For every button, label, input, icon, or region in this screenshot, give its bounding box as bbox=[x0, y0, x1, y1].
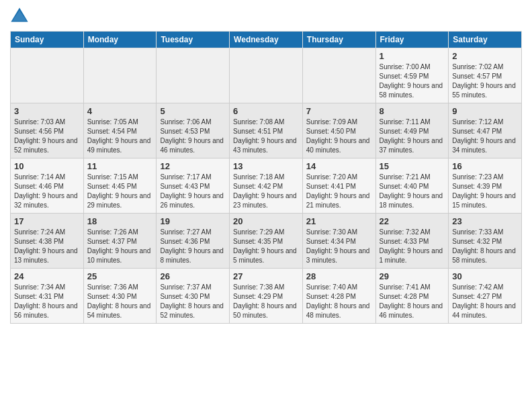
calendar-cell: 27Sunrise: 7:38 AM Sunset: 4:29 PM Dayli… bbox=[230, 269, 303, 324]
calendar-table: SundayMondayTuesdayWednesdayThursdayFrid… bbox=[10, 31, 522, 324]
day-number: 9 bbox=[452, 106, 518, 116]
day-info: Sunrise: 7:12 AM Sunset: 4:47 PM Dayligh… bbox=[452, 118, 518, 155]
day-number: 7 bbox=[306, 106, 372, 116]
day-info: Sunrise: 7:09 AM Sunset: 4:50 PM Dayligh… bbox=[306, 118, 372, 155]
calendar-cell: 1Sunrise: 7:00 AM Sunset: 4:59 PM Daylig… bbox=[375, 48, 449, 103]
day-number: 8 bbox=[380, 106, 445, 116]
day-info: Sunrise: 7:06 AM Sunset: 4:53 PM Dayligh… bbox=[160, 118, 226, 155]
weekday-header-wednesday: Wednesday bbox=[230, 32, 303, 48]
day-info: Sunrise: 7:34 AM Sunset: 4:31 PM Dayligh… bbox=[14, 283, 80, 320]
calendar-cell: 28Sunrise: 7:40 AM Sunset: 4:28 PM Dayli… bbox=[302, 269, 375, 324]
calendar-cell: 13Sunrise: 7:18 AM Sunset: 4:42 PM Dayli… bbox=[230, 158, 303, 214]
day-info: Sunrise: 7:23 AM Sunset: 4:39 PM Dayligh… bbox=[452, 173, 518, 210]
day-number: 28 bbox=[306, 271, 372, 281]
day-info: Sunrise: 7:27 AM Sunset: 4:36 PM Dayligh… bbox=[160, 228, 226, 265]
day-number: 5 bbox=[160, 106, 226, 116]
day-number: 24 bbox=[14, 271, 80, 281]
day-number: 2 bbox=[452, 51, 518, 61]
day-info: Sunrise: 7:26 AM Sunset: 4:37 PM Dayligh… bbox=[87, 228, 153, 265]
logo-icon bbox=[10, 7, 29, 26]
calendar-cell: 24Sunrise: 7:34 AM Sunset: 4:31 PM Dayli… bbox=[11, 269, 84, 324]
weekday-header-tuesday: Tuesday bbox=[157, 32, 230, 48]
weekday-header-friday: Friday bbox=[375, 32, 449, 48]
day-number: 10 bbox=[14, 161, 80, 171]
calendar-week-1: 3Sunrise: 7:03 AM Sunset: 4:56 PM Daylig… bbox=[11, 103, 522, 158]
day-number: 26 bbox=[160, 271, 226, 281]
calendar-cell: 23Sunrise: 7:33 AM Sunset: 4:32 PM Dayli… bbox=[449, 214, 522, 269]
day-info: Sunrise: 7:03 AM Sunset: 4:56 PM Dayligh… bbox=[14, 118, 80, 155]
calendar-cell: 19Sunrise: 7:27 AM Sunset: 4:36 PM Dayli… bbox=[157, 214, 230, 269]
header bbox=[10, 7, 522, 26]
calendar-cell: 9Sunrise: 7:12 AM Sunset: 4:47 PM Daylig… bbox=[449, 103, 522, 158]
calendar-cell bbox=[157, 48, 230, 103]
day-info: Sunrise: 7:40 AM Sunset: 4:28 PM Dayligh… bbox=[306, 283, 372, 320]
calendar-cell: 26Sunrise: 7:37 AM Sunset: 4:30 PM Dayli… bbox=[157, 269, 230, 324]
day-number: 13 bbox=[233, 161, 299, 171]
day-number: 3 bbox=[14, 106, 80, 116]
logo bbox=[10, 7, 32, 26]
calendar-cell: 16Sunrise: 7:23 AM Sunset: 4:39 PM Dayli… bbox=[449, 158, 522, 214]
day-number: 21 bbox=[306, 216, 372, 226]
calendar-cell: 8Sunrise: 7:11 AM Sunset: 4:49 PM Daylig… bbox=[375, 103, 449, 158]
svg-marker-1 bbox=[13, 11, 27, 21]
calendar-cell: 21Sunrise: 7:30 AM Sunset: 4:34 PM Dayli… bbox=[302, 214, 375, 269]
day-info: Sunrise: 7:20 AM Sunset: 4:41 PM Dayligh… bbox=[306, 173, 372, 210]
day-info: Sunrise: 7:42 AM Sunset: 4:27 PM Dayligh… bbox=[452, 283, 518, 320]
day-info: Sunrise: 7:00 AM Sunset: 4:59 PM Dayligh… bbox=[380, 62, 445, 100]
calendar-cell: 12Sunrise: 7:17 AM Sunset: 4:43 PM Dayli… bbox=[157, 158, 230, 214]
day-info: Sunrise: 7:38 AM Sunset: 4:29 PM Dayligh… bbox=[233, 283, 299, 320]
calendar-cell: 18Sunrise: 7:26 AM Sunset: 4:37 PM Dayli… bbox=[83, 214, 157, 269]
weekday-header-thursday: Thursday bbox=[302, 32, 375, 48]
day-number: 22 bbox=[380, 216, 445, 226]
day-info: Sunrise: 7:11 AM Sunset: 4:49 PM Dayligh… bbox=[380, 118, 445, 155]
calendar-week-4: 24Sunrise: 7:34 AM Sunset: 4:31 PM Dayli… bbox=[11, 269, 522, 324]
calendar-cell: 14Sunrise: 7:20 AM Sunset: 4:41 PM Dayli… bbox=[302, 158, 375, 214]
day-info: Sunrise: 7:33 AM Sunset: 4:32 PM Dayligh… bbox=[452, 228, 518, 265]
day-info: Sunrise: 7:30 AM Sunset: 4:34 PM Dayligh… bbox=[306, 228, 372, 265]
day-info: Sunrise: 7:37 AM Sunset: 4:30 PM Dayligh… bbox=[160, 283, 226, 320]
calendar-cell bbox=[302, 48, 375, 103]
day-info: Sunrise: 7:17 AM Sunset: 4:43 PM Dayligh… bbox=[160, 173, 226, 210]
calendar-cell: 5Sunrise: 7:06 AM Sunset: 4:53 PM Daylig… bbox=[157, 103, 230, 158]
day-number: 19 bbox=[160, 216, 226, 226]
weekday-header-saturday: Saturday bbox=[449, 32, 522, 48]
day-number: 6 bbox=[233, 106, 299, 116]
calendar-cell: 7Sunrise: 7:09 AM Sunset: 4:50 PM Daylig… bbox=[302, 103, 375, 158]
day-info: Sunrise: 7:29 AM Sunset: 4:35 PM Dayligh… bbox=[233, 228, 299, 265]
calendar-week-3: 17Sunrise: 7:24 AM Sunset: 4:38 PM Dayli… bbox=[11, 214, 522, 269]
day-number: 1 bbox=[380, 51, 445, 61]
calendar-cell: 20Sunrise: 7:29 AM Sunset: 4:35 PM Dayli… bbox=[230, 214, 303, 269]
day-number: 4 bbox=[87, 106, 153, 116]
day-number: 18 bbox=[87, 216, 153, 226]
calendar-cell: 15Sunrise: 7:21 AM Sunset: 4:40 PM Dayli… bbox=[375, 158, 449, 214]
calendar-cell: 2Sunrise: 7:02 AM Sunset: 4:57 PM Daylig… bbox=[449, 48, 522, 103]
day-number: 30 bbox=[452, 271, 518, 281]
day-info: Sunrise: 7:15 AM Sunset: 4:45 PM Dayligh… bbox=[87, 173, 153, 210]
calendar-week-0: 1Sunrise: 7:00 AM Sunset: 4:59 PM Daylig… bbox=[11, 48, 522, 103]
day-info: Sunrise: 7:14 AM Sunset: 4:46 PM Dayligh… bbox=[14, 173, 80, 210]
day-info: Sunrise: 7:05 AM Sunset: 4:54 PM Dayligh… bbox=[87, 118, 153, 155]
day-info: Sunrise: 7:21 AM Sunset: 4:40 PM Dayligh… bbox=[380, 173, 445, 210]
calendar-cell: 4Sunrise: 7:05 AM Sunset: 4:54 PM Daylig… bbox=[83, 103, 157, 158]
calendar-cell: 10Sunrise: 7:14 AM Sunset: 4:46 PM Dayli… bbox=[11, 158, 84, 214]
day-info: Sunrise: 7:18 AM Sunset: 4:42 PM Dayligh… bbox=[233, 173, 299, 210]
calendar-cell: 25Sunrise: 7:36 AM Sunset: 4:30 PM Dayli… bbox=[83, 269, 157, 324]
day-number: 20 bbox=[233, 216, 299, 226]
day-number: 16 bbox=[452, 161, 518, 171]
day-info: Sunrise: 7:02 AM Sunset: 4:57 PM Dayligh… bbox=[452, 62, 518, 100]
day-number: 29 bbox=[380, 271, 445, 281]
day-info: Sunrise: 7:08 AM Sunset: 4:51 PM Dayligh… bbox=[233, 118, 299, 155]
calendar-cell: 30Sunrise: 7:42 AM Sunset: 4:27 PM Dayli… bbox=[449, 269, 522, 324]
calendar-cell: 6Sunrise: 7:08 AM Sunset: 4:51 PM Daylig… bbox=[230, 103, 303, 158]
calendar-cell: 17Sunrise: 7:24 AM Sunset: 4:38 PM Dayli… bbox=[11, 214, 84, 269]
calendar-cell bbox=[83, 48, 157, 103]
calendar-cell: 3Sunrise: 7:03 AM Sunset: 4:56 PM Daylig… bbox=[11, 103, 84, 158]
main-container: SundayMondayTuesdayWednesdayThursdayFrid… bbox=[0, 0, 532, 330]
day-info: Sunrise: 7:24 AM Sunset: 4:38 PM Dayligh… bbox=[14, 228, 80, 265]
day-number: 15 bbox=[380, 161, 445, 171]
day-info: Sunrise: 7:32 AM Sunset: 4:33 PM Dayligh… bbox=[380, 228, 445, 265]
day-number: 25 bbox=[87, 271, 153, 281]
calendar-cell bbox=[230, 48, 303, 103]
day-number: 27 bbox=[233, 271, 299, 281]
day-number: 23 bbox=[452, 216, 518, 226]
